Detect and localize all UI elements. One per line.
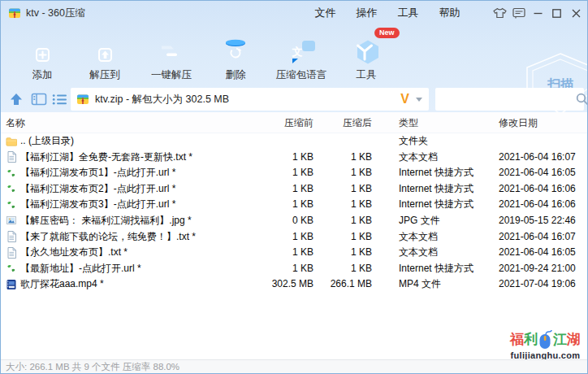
extract-to-label: 解压到 xyxy=(68,68,141,82)
file-date: 2021-06-04 16:05 xyxy=(499,245,586,261)
app-window: ktv - 360压缩 文件 操作 工具 帮助 xyxy=(0,0,588,374)
language-glyph: 文 xyxy=(292,46,303,58)
address-bar: ktv.zip - 解包大小为 302.5 MB V xyxy=(1,86,587,112)
close-button[interactable] xyxy=(567,1,586,25)
file-date: 2021-06-04 16:05 xyxy=(499,165,586,181)
status-text: 大小: 266.1 MB 共 9 个文件 压缩率 88.0% xyxy=(6,362,179,372)
file-date: 2021-09-24 21:00 xyxy=(499,261,586,277)
file-date: 2021-07-04 19:06 xyxy=(499,276,586,293)
file-row[interactable]: 【福利江湖发布页2】-点此打开.url * 1 KB 1 KB Internet… xyxy=(1,181,587,198)
vip-v-icon: V xyxy=(400,92,409,107)
file-row[interactable]: 【解压密码： 来福利江湖找福利】.jpg * 0 KB 1 KB JPG 文件 … xyxy=(1,213,587,229)
file-date: 2019-05-15 22:46 xyxy=(499,213,586,229)
watermark: 福利 江湖 fulijianghu.com xyxy=(510,330,581,360)
file-size-after: 1 KB xyxy=(319,197,372,213)
file-type: 文件夹 xyxy=(399,133,496,150)
file-size-after: 266.1 MB xyxy=(319,276,372,293)
search-icon xyxy=(576,93,588,106)
menu-tools[interactable]: 工具 xyxy=(387,1,429,25)
feedback-icon[interactable] xyxy=(509,1,529,25)
address-field[interactable]: ktv.zip - 解包大小为 302.5 MB V xyxy=(71,88,429,111)
file-type: Internet 快捷方式 xyxy=(399,181,496,198)
extract-to-button[interactable]: 解压到 xyxy=(68,30,141,84)
folder-oneclick-icon xyxy=(135,30,208,66)
file-size-before: 1 KB xyxy=(244,197,313,213)
file-size-after: 1 KB xyxy=(319,181,372,198)
window-controls xyxy=(491,1,586,25)
file-row[interactable]: 【福利江湖发布页1】-点此打开.url * 1 KB 1 KB Internet… xyxy=(1,165,587,181)
file-row[interactable]: 【福利江湖】全免费-无套路-更新快.txt * 1 KB 1 KB 文本文档 2… xyxy=(1,150,587,166)
file-size-after: 1 KB xyxy=(319,245,372,261)
file-row[interactable]: 【福利江湖发布页3】-点此打开.url * 1 KB 1 KB Internet… xyxy=(1,197,587,213)
file-type: Internet 快捷方式 xyxy=(399,261,496,277)
file-name: 【解压密码： 来福利江湖找福利】.jpg * xyxy=(20,213,238,229)
file-type: Internet 快捷方式 xyxy=(399,165,496,181)
one-click-extract-button[interactable]: 一键解压 xyxy=(135,30,208,84)
file-size-before: 1 KB xyxy=(244,245,313,261)
file-size-before: 1 KB xyxy=(244,181,313,198)
file-size-before: 1 KB xyxy=(244,150,313,166)
file-row[interactable]: 歌厅探花aaa.mp4 * 302.5 MB 266.1 MB MP4 文件 2… xyxy=(1,276,587,293)
watermark-char: 福 xyxy=(510,332,524,347)
file-date: 2021-06-04 16:07 xyxy=(499,150,586,166)
view-panel-icon[interactable] xyxy=(31,93,47,106)
search-input[interactable] xyxy=(435,89,576,109)
file-type-icon xyxy=(6,199,17,211)
maximize-button[interactable] xyxy=(547,1,567,25)
file-row[interactable]: 【来了就能下载的论坛，纯免费！】.txt * 1 KB 1 KB 文本文档 20… xyxy=(1,229,587,246)
search-field xyxy=(435,88,584,111)
file-type-icon xyxy=(6,279,17,290)
vip-dropdown[interactable]: V xyxy=(400,92,429,107)
column-header-type[interactable]: 类型 xyxy=(399,112,496,133)
file-size-before: 0 KB xyxy=(244,213,313,229)
minimize-button[interactable] xyxy=(529,1,548,25)
file-date: 2021-06-04 16:07 xyxy=(499,229,586,246)
skin-shirt-icon[interactable] xyxy=(491,1,510,25)
file-type: 文本文档 xyxy=(399,229,496,246)
title-bar: ktv - 360压缩 文件 操作 工具 帮助 xyxy=(1,1,587,25)
delete-button[interactable]: 删除 xyxy=(199,30,272,84)
file-type-icon xyxy=(6,167,17,179)
file-type-icon xyxy=(6,247,17,259)
file-row[interactable]: .. (上级目录) 文件夹 xyxy=(1,133,587,150)
file-date: 2021-06-04 16:06 xyxy=(499,197,586,213)
watermark-left-text: 福利 xyxy=(510,332,538,348)
tools-button[interactable]: New 工具 xyxy=(330,30,403,84)
new-badge: New xyxy=(374,28,400,38)
file-type-icon xyxy=(6,263,17,274)
column-header-date[interactable]: 修改日期 xyxy=(499,112,586,133)
archive-language-button[interactable]: 文 压缩包语言 xyxy=(265,30,338,84)
file-type: Internet 快捷方式 xyxy=(399,197,496,213)
status-bar: 大小: 266.1 MB 共 9 个文件 压缩率 88.0% xyxy=(1,359,587,373)
file-size-after: 1 KB xyxy=(319,261,372,277)
archive-language-label: 压缩包语言 xyxy=(265,68,338,82)
archive-path-text: ktv.zip - 解包大小为 302.5 MB xyxy=(95,93,229,107)
up-arrow-icon[interactable] xyxy=(9,92,24,107)
file-type-icon xyxy=(6,136,17,147)
file-size-after: 1 KB xyxy=(319,165,372,181)
menu-operation[interactable]: 操作 xyxy=(346,1,387,25)
toolbar: 添加 解压到 一键解压 xyxy=(1,25,587,86)
mouse-icon xyxy=(538,330,552,350)
column-header-row: 名称 压缩前 压缩后 类型 修改日期 xyxy=(1,112,587,133)
file-name: 【来了就能下载的论坛，纯免费！】.txt * xyxy=(20,229,238,246)
file-row[interactable]: 【最新地址】-点此打开.url * 1 KB 1 KB Internet 快捷方… xyxy=(1,261,587,277)
folder-extract-icon xyxy=(68,30,141,66)
tools-hexagon-icon: New xyxy=(330,30,403,66)
tools-label: 工具 xyxy=(330,68,403,82)
view-list-icon[interactable] xyxy=(52,94,67,106)
column-header-name[interactable]: 名称 xyxy=(6,112,25,133)
file-row[interactable]: 【永久地址发布页】.txt * 1 KB 1 KB 文本文档 2021-06-0… xyxy=(1,245,587,261)
menu-bar: 文件 操作 工具 帮助 xyxy=(305,1,470,25)
delete-label: 删除 xyxy=(199,68,272,82)
column-header-size-after[interactable]: 压缩后 xyxy=(319,112,372,133)
file-type-icon xyxy=(6,151,17,163)
file-name: 歌厅探花aaa.mp4 * xyxy=(20,276,238,293)
file-date: 2021-06-04 16:06 xyxy=(499,181,586,198)
menu-file[interactable]: 文件 xyxy=(305,1,346,25)
chevron-down-icon xyxy=(416,98,422,102)
file-size-after: 1 KB xyxy=(319,229,372,246)
menu-help[interactable]: 帮助 xyxy=(429,1,470,25)
watermark-char: 湖 xyxy=(567,332,581,347)
column-header-size-before[interactable]: 压缩前 xyxy=(244,112,313,133)
